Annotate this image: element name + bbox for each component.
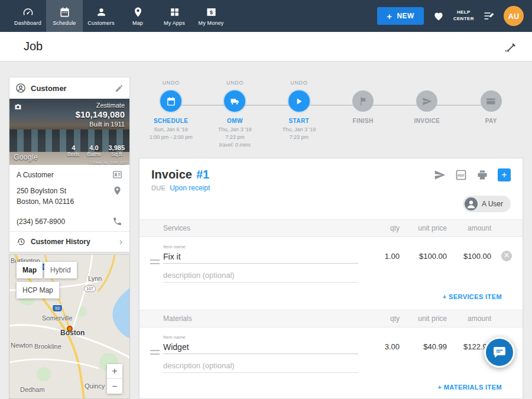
description-row <box>140 264 523 284</box>
step-dates: Sun, Jan 6 '19 1:00 pm - 2:00 pm <box>150 126 193 141</box>
map-label: Somerville <box>42 314 72 322</box>
step-label: PAY <box>485 118 497 124</box>
item-description-input[interactable] <box>163 268 358 283</box>
step-dates: Thu, Jan 3 '19 7:23 pm <box>282 126 316 141</box>
due-terms-link[interactable]: Upon receipt <box>170 184 210 192</box>
drag-handle[interactable] <box>150 259 160 264</box>
step-label: INVOICE <box>414 118 440 124</box>
top-nav: Dashboard Schedule Customers Map My Apps… <box>0 0 532 32</box>
truck-icon <box>230 96 240 106</box>
omw-step-button[interactable] <box>224 90 245 112</box>
print-icon[interactable] <box>476 169 488 181</box>
nav-item-map[interactable]: Map <box>119 0 156 32</box>
add-services-item-link[interactable]: + SERVICES ITEM <box>443 293 502 300</box>
step-date-line: 1:00 pm - 2:00 pm <box>150 134 193 141</box>
invoice-actions: PDF + <box>434 168 511 181</box>
add-invoice-button[interactable]: + <box>498 168 511 181</box>
invoice-step-button[interactable] <box>416 90 437 112</box>
edit-pencil-icon[interactable] <box>115 84 124 93</box>
page-title: Job <box>24 40 43 53</box>
map-label: Lynn <box>88 275 102 282</box>
invoice-number[interactable]: #1 <box>196 168 209 181</box>
item-description-input[interactable] <box>163 359 358 373</box>
flag-icon <box>358 96 368 106</box>
nav-right: + NEW HELP CENTER AU <box>377 0 532 32</box>
customer-name: A Customer <box>17 171 54 179</box>
job-tools-icon[interactable] <box>504 40 517 53</box>
heart-icon[interactable] <box>433 10 445 22</box>
phone-icon[interactable] <box>112 216 122 226</box>
send-invoice-icon[interactable] <box>434 169 446 181</box>
play-icon <box>294 96 304 106</box>
stat-baths: 4.0 Baths <box>87 144 100 157</box>
remove-item-button[interactable]: ✕ <box>501 251 512 261</box>
location-pin-icon[interactable] <box>112 186 122 196</box>
zoom-in-button[interactable]: + <box>107 364 122 379</box>
step-date-line: Sun, Jan 6 '19 <box>150 126 193 134</box>
step-label: OMW <box>227 118 243 124</box>
timeline-step-pay: PAY <box>459 80 523 149</box>
stat-beds: 4 Beds <box>67 144 80 157</box>
item-qty[interactable]: 1.00 <box>364 252 400 264</box>
undo-start-button[interactable]: UNDO <box>290 80 307 89</box>
apps-grid-icon <box>169 7 180 18</box>
step-date-line: 7:23 pm <box>282 134 316 141</box>
pdf-icon[interactable]: PDF <box>455 169 467 181</box>
customer-icon <box>15 83 26 93</box>
avatar[interactable]: AU <box>504 6 524 26</box>
customer-phone: (234) 567-8900 <box>17 218 65 226</box>
contact-card-icon[interactable] <box>112 170 122 180</box>
nav-item-label: Customers <box>87 20 114 26</box>
help-center-line1: HELP <box>453 9 474 16</box>
item-unit-price[interactable]: $100.00 <box>400 252 447 264</box>
start-step-button[interactable] <box>288 90 310 112</box>
item-name-input[interactable] <box>163 250 358 264</box>
item-name-input[interactable] <box>163 340 358 354</box>
item-name-cell: Item name <box>163 244 364 264</box>
hcp-map-button[interactable]: HCP Map <box>17 282 59 299</box>
step-date-line: 7:23 pm <box>218 134 252 141</box>
assignee-name: A User <box>482 200 503 208</box>
customer-history-label: Customer History <box>31 238 115 246</box>
item-qty[interactable]: 3.00 <box>364 342 400 354</box>
drag-handle[interactable] <box>150 350 160 355</box>
nav-item-my-money[interactable]: $ My Money <box>193 0 229 32</box>
col-amount: amount <box>447 224 491 232</box>
timeline-step-invoice: INVOICE <box>395 80 459 149</box>
step-date-line: Thu, Jan 3 '19 <box>282 126 316 134</box>
schedule-step-button[interactable] <box>160 90 181 112</box>
nav-items: Dashboard Schedule Customers Map My Apps… <box>0 0 229 32</box>
map-card[interactable]: Burlington Lynn Somerville Boston Newton… <box>9 254 130 399</box>
beds-label: Beds <box>67 151 80 157</box>
nav-item-dashboard[interactable]: Dashboard <box>9 0 46 32</box>
assignee-chip[interactable]: A User <box>463 196 511 212</box>
chat-bubble-button[interactable] <box>484 337 515 368</box>
map-type-map-button[interactable]: Map <box>17 262 43 278</box>
undo-omw-button[interactable]: UNDO <box>226 80 244 89</box>
stat-sqft: 3,985 Sq.ft <box>108 144 125 157</box>
help-center-button[interactable]: HELP CENTER <box>453 9 474 22</box>
nav-item-schedule[interactable]: Schedule <box>46 0 83 32</box>
invoice-title: Invoice <box>151 168 192 181</box>
line-item-row: Item name 1.00 $100.00 $100.00 ✕ <box>140 237 523 264</box>
nav-item-my-apps[interactable]: My Apps <box>156 0 193 32</box>
plus-icon: + <box>387 11 392 21</box>
edit-list-icon[interactable] <box>483 10 495 22</box>
add-materials-item-link[interactable]: + MATERIALS ITEM <box>437 384 502 391</box>
map-type-hybrid-button[interactable]: Hybrid <box>44 262 77 278</box>
due-row: DUE Upon receipt <box>151 184 511 192</box>
services-section-header: Services qty unit price amount <box>140 219 523 237</box>
finish-step-button[interactable] <box>352 90 374 112</box>
customer-history-button[interactable]: Customer History › <box>9 232 129 252</box>
nav-item-label: Schedule <box>53 20 76 26</box>
line-item-row: Item name 3.00 $40.99 $122.97 ✕ <box>140 327 523 354</box>
sqft-value: 3,985 <box>108 144 125 151</box>
undo-schedule-button[interactable]: UNDO <box>163 80 180 89</box>
pay-step-button[interactable] <box>481 90 502 112</box>
item-name-label: Item name <box>163 244 364 249</box>
item-unit-price[interactable]: $40.99 <box>400 342 447 354</box>
new-button[interactable]: + NEW <box>377 7 423 25</box>
zoom-out-button[interactable]: − <box>107 379 122 394</box>
customers-icon <box>96 7 107 18</box>
nav-item-customers[interactable]: Customers <box>83 0 119 32</box>
